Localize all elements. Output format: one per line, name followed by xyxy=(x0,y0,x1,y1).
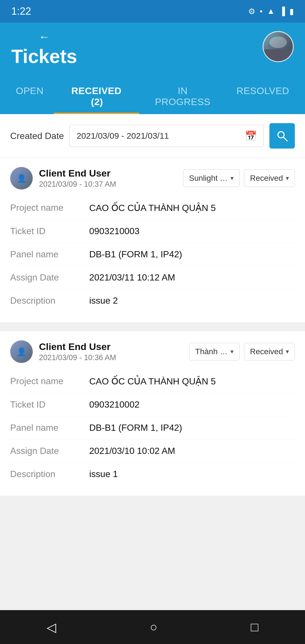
field-row: Panel name DB-B1 (FORM 1, IP42) xyxy=(10,416,295,440)
ticket-fields: Project name CAO ỐC CỦA THÀNH QUẬN 5 Tic… xyxy=(0,370,305,486)
project-dropdown-label: Sunlight … xyxy=(189,174,228,183)
status-dropdown[interactable]: Received ▾ xyxy=(244,343,295,360)
header-left: ← Tickets xyxy=(11,31,77,67)
user-timestamp: 2021/03/09 - 10:37 AM xyxy=(39,180,116,189)
ticket-badges: Sunlight … ▾ Received ▾ xyxy=(183,169,295,187)
field-row: Ticket ID 0903210003 xyxy=(10,220,295,243)
user-avatar-image: 👤 xyxy=(10,167,33,190)
avatar xyxy=(263,31,294,62)
field-value: 0903210002 xyxy=(89,399,295,410)
field-label: Panel name xyxy=(10,423,89,433)
field-label: Description xyxy=(10,469,89,479)
ticket-badges: Thành … ▾ Received ▾ xyxy=(189,343,295,360)
tab-resolved[interactable]: RESOLVED xyxy=(226,79,299,114)
tab-received[interactable]: RECEIVED (2) xyxy=(54,79,139,114)
wifi-icon: ▲ xyxy=(267,7,275,16)
avatar-image xyxy=(263,32,293,61)
field-row: Project name CAO ỐC CỦA THÀNH QUẬN 5 xyxy=(10,370,295,393)
ticket-header: 👤 Client End User 2021/03/09 - 10:36 AM … xyxy=(0,331,305,370)
ticket-user: 👤 Client End User 2021/03/09 - 10:37 AM xyxy=(10,167,116,190)
chevron-down-icon: ▾ xyxy=(286,175,289,182)
field-row: Ticket ID 0903210002 xyxy=(10,393,295,416)
ticket-header: 👤 Client End User 2021/03/09 - 10:37 AM … xyxy=(0,158,305,196)
field-value: 0903210003 xyxy=(89,226,295,236)
search-icon xyxy=(276,130,288,142)
user-info: Client End User 2021/03/09 - 10:37 AM xyxy=(39,168,116,189)
header: ← Tickets xyxy=(0,23,305,79)
chevron-down-icon: ▾ xyxy=(230,348,234,355)
ticket-user: 👤 Client End User 2021/03/09 - 10:36 AM xyxy=(10,340,116,363)
field-row: Panel name DB-B1 (FORM 1, IP42) xyxy=(10,243,295,266)
nav-home-button[interactable]: ○ xyxy=(138,614,169,640)
user-avatar-image: 👤 xyxy=(10,340,33,363)
chevron-down-icon: ▾ xyxy=(230,175,234,182)
battery-icon: ▮ xyxy=(289,7,294,16)
settings-icon: ⚙ xyxy=(248,7,255,16)
ticket-card: 👤 Client End User 2021/03/09 - 10:37 AM … xyxy=(0,158,305,322)
field-label: Ticket ID xyxy=(10,399,89,410)
status-dropdown-label: Received xyxy=(250,347,283,356)
field-row: Assign Date 2021/03/10 10:02 AM xyxy=(10,440,295,463)
status-bar: 1:22 ⚙ • ▲ ▐ ▮ xyxy=(0,0,305,23)
field-label: Project name xyxy=(10,203,89,213)
search-button[interactable] xyxy=(269,123,295,149)
project-dropdown-label: Thành … xyxy=(195,347,228,356)
date-range-value: 2021/03/09 - 2021/03/11 xyxy=(77,131,169,141)
field-label: Panel name xyxy=(10,249,89,260)
field-value: CAO ỐC CỦA THÀNH QUẬN 5 xyxy=(89,203,295,213)
field-row: Project name CAO ỐC CỦA THÀNH QUẬN 5 xyxy=(10,196,295,220)
user-name: Client End User xyxy=(39,341,116,352)
field-label: Project name xyxy=(10,376,89,386)
nav-bar: ◁ ○ □ xyxy=(0,610,305,644)
field-row: Description issue 1 xyxy=(10,463,295,486)
tab-in-progress[interactable]: IN PROGRESS xyxy=(139,79,226,114)
assign-date-label: Assign Date xyxy=(10,446,89,456)
nav-back-button[interactable]: ◁ xyxy=(35,614,67,640)
svg-point-0 xyxy=(278,132,284,138)
tickets-list: 👤 Client End User 2021/03/09 - 10:37 AM … xyxy=(0,158,305,496)
page-title: Tickets xyxy=(11,45,77,67)
ticket-fields: Project name CAO ỐC CỦA THÀNH QUẬN 5 Tic… xyxy=(0,196,305,312)
user-timestamp: 2021/03/09 - 10:36 AM xyxy=(39,353,116,362)
status-icons: ⚙ • ▲ ▐ ▮ xyxy=(248,7,294,16)
svg-line-1 xyxy=(284,137,287,141)
nav-recent-button[interactable]: □ xyxy=(239,614,270,640)
user-avatar: 👤 xyxy=(10,340,33,363)
field-row: Assign Date 2021/03/11 10:12 AM xyxy=(10,266,295,289)
user-avatar: 👤 xyxy=(10,167,33,190)
field-row: Description issue 2 xyxy=(10,289,295,312)
assign-date-value: 2021/03/10 10:02 AM xyxy=(89,446,295,456)
dot-icon: • xyxy=(260,7,263,16)
calendar-icon: 📅 xyxy=(245,130,257,142)
field-value: DB-B1 (FORM 1, IP42) xyxy=(89,249,295,260)
field-value: issue 1 xyxy=(89,469,295,479)
filter-bar: Created Date 2021/03/09 - 2021/03/11 📅 xyxy=(0,114,305,158)
field-label: Ticket ID xyxy=(10,226,89,236)
status-time: 1:22 xyxy=(11,5,31,17)
tab-received-badge: (2) xyxy=(91,96,103,107)
assign-date-label: Assign Date xyxy=(10,272,89,283)
assign-date-value: 2021/03/11 10:12 AM xyxy=(89,272,295,283)
signal-icon: ▐ xyxy=(279,7,285,16)
date-range-input[interactable]: 2021/03/09 - 2021/03/11 📅 xyxy=(69,125,264,147)
field-label: Description xyxy=(10,295,89,306)
user-name: Client End User xyxy=(39,168,116,179)
ticket-card: 👤 Client End User 2021/03/09 - 10:36 AM … xyxy=(0,331,305,496)
status-dropdown[interactable]: Received ▾ xyxy=(244,169,295,187)
user-info: Client End User 2021/03/09 - 10:36 AM xyxy=(39,341,116,362)
tabs-bar: OPEN RECEIVED (2) IN PROGRESS RESOLVED xyxy=(0,79,305,114)
card-separator xyxy=(0,327,305,331)
field-value: CAO ỐC CỦA THÀNH QUẬN 5 xyxy=(89,376,295,387)
project-dropdown[interactable]: Sunlight … ▾ xyxy=(183,169,239,187)
field-value: issue 2 xyxy=(89,295,295,306)
filter-label: Created Date xyxy=(10,131,64,141)
chevron-down-icon: ▾ xyxy=(286,348,289,355)
back-button[interactable]: ← xyxy=(11,31,77,42)
tab-open[interactable]: OPEN xyxy=(6,79,54,114)
field-value: DB-B1 (FORM 1, IP42) xyxy=(89,423,295,433)
status-dropdown-label: Received xyxy=(250,174,283,183)
project-dropdown[interactable]: Thành … ▾ xyxy=(189,343,239,360)
